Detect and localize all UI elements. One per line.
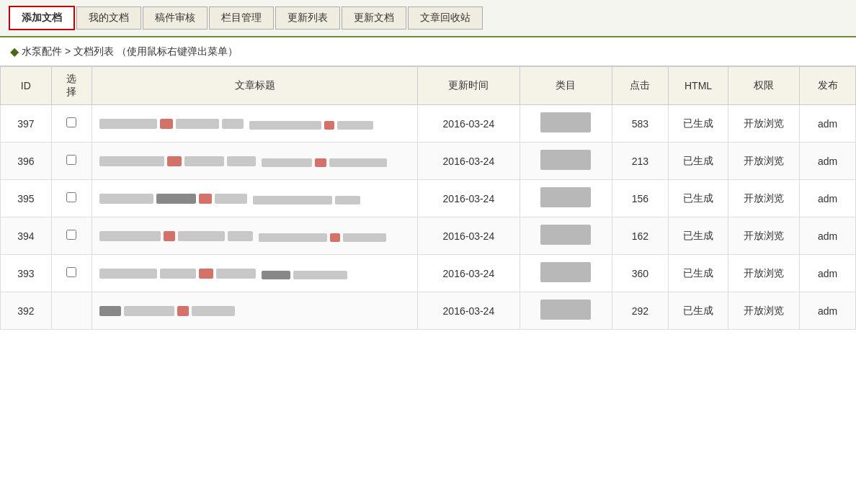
cell-id: 392 — [1, 292, 52, 330]
cell-html-status: 已生成 — [668, 105, 728, 143]
cell-html-status: 已生成 — [668, 143, 728, 180]
nav-btn-1[interactable]: 我的文档 — [76, 6, 141, 30]
cell-checkbox[interactable] — [51, 105, 92, 143]
cell-title — [92, 217, 418, 255]
cell-hits: 162 — [612, 217, 669, 255]
cell-title — [92, 255, 418, 292]
col-title: 文章标题 — [92, 67, 418, 105]
cell-id: 397 — [1, 105, 52, 143]
cell-category — [520, 105, 612, 143]
cell-category — [520, 255, 612, 292]
breadcrumb-path: 水泵配件 > 文档列表 — [22, 45, 114, 58]
nav-btn-6[interactable]: 文章回收站 — [408, 6, 483, 30]
cell-category — [520, 217, 612, 255]
cell-permission: 开放浏览 — [728, 180, 800, 217]
row-checkbox[interactable] — [66, 117, 76, 127]
cell-category — [520, 292, 612, 330]
cell-date: 2016-03-24 — [418, 143, 520, 180]
cell-date: 2016-03-24 — [418, 217, 520, 255]
cell-publisher: adm — [800, 255, 856, 292]
table-header-row: ID 选择 文章标题 更新时间 类目 点击 HTML 权限 发布 — [1, 67, 856, 105]
cell-hits: 360 — [612, 255, 669, 292]
nav-btn-0[interactable]: 添加文档 — [9, 6, 75, 30]
cell-html-status: 已生成 — [668, 255, 728, 292]
cell-id: 394 — [1, 217, 52, 255]
cell-permission: 开放浏览 — [728, 292, 800, 330]
cell-hits: 583 — [612, 105, 669, 143]
cell-hits: 292 — [612, 292, 669, 330]
row-checkbox[interactable] — [66, 267, 76, 277]
document-table: ID 选择 文章标题 更新时间 类目 点击 HTML 权限 发布 397 201… — [0, 66, 856, 330]
breadcrumb-hint: （使用鼠标右键弹出菜单） — [117, 45, 238, 58]
table-row: 393 2016-03-24360已生成开放浏览adm — [1, 255, 856, 292]
cell-date: 2016-03-24 — [418, 255, 520, 292]
col-select: 选择 — [51, 67, 92, 105]
cell-title — [92, 292, 418, 330]
row-checkbox[interactable] — [66, 155, 76, 165]
breadcrumb: ◆ 水泵配件 > 文档列表 （使用鼠标右键弹出菜单） — [0, 37, 856, 66]
cell-publisher: adm — [800, 217, 856, 255]
col-html: HTML — [668, 67, 728, 105]
cell-publisher: adm — [800, 105, 856, 143]
cell-hits: 213 — [612, 143, 669, 180]
col-category: 类目 — [520, 67, 612, 105]
diamond-icon: ◆ — [10, 45, 19, 58]
cell-date: 2016-03-24 — [418, 105, 520, 143]
cell-permission: 开放浏览 — [728, 105, 800, 143]
nav-btn-4[interactable]: 更新列表 — [275, 6, 340, 30]
cell-html-status: 已生成 — [668, 292, 728, 330]
cell-id: 396 — [1, 143, 52, 180]
cell-id: 393 — [1, 255, 52, 292]
cell-checkbox[interactable] — [51, 180, 92, 217]
table-row: 392 2016-03-24292已生成开放浏览adm — [1, 292, 856, 330]
cell-publisher: adm — [800, 143, 856, 180]
nav-btn-5[interactable]: 更新文档 — [342, 6, 406, 30]
cell-publisher: adm — [800, 292, 856, 330]
table-row: 395 2016-03-24156已生成开放浏览adm — [1, 180, 856, 217]
col-hits: 点击 — [612, 67, 669, 105]
top-nav: 添加文档我的文档稿件审核栏目管理更新列表更新文档文章回收站 — [0, 0, 856, 37]
cell-checkbox[interactable] — [51, 292, 92, 330]
cell-category — [520, 180, 612, 217]
cell-title — [92, 180, 418, 217]
row-checkbox[interactable] — [66, 230, 76, 240]
cell-category — [520, 143, 612, 180]
cell-checkbox[interactable] — [51, 255, 92, 292]
cell-id: 395 — [1, 180, 52, 217]
cell-checkbox[interactable] — [51, 217, 92, 255]
cell-hits: 156 — [612, 180, 669, 217]
cell-date: 2016-03-24 — [418, 292, 520, 330]
cell-title — [92, 105, 418, 143]
table-row: 396 2016-03-24213已生成开放浏览adm — [1, 143, 856, 180]
nav-btn-2[interactable]: 稿件审核 — [143, 6, 208, 30]
cell-checkbox[interactable] — [51, 143, 92, 180]
cell-permission: 开放浏览 — [728, 217, 800, 255]
cell-publisher: adm — [800, 180, 856, 217]
table-row: 397 2016-03-24583已生成开放浏览adm — [1, 105, 856, 143]
cell-html-status: 已生成 — [668, 180, 728, 217]
cell-permission: 开放浏览 — [728, 143, 800, 180]
col-date: 更新时间 — [418, 67, 520, 105]
col-id: ID — [1, 67, 52, 105]
col-pub: 发布 — [800, 67, 856, 105]
cell-html-status: 已生成 — [668, 217, 728, 255]
cell-title — [92, 143, 418, 180]
cell-date: 2016-03-24 — [418, 180, 520, 217]
cell-permission: 开放浏览 — [728, 255, 800, 292]
table-row: 394 2016-03-24162已生成开放浏览adm — [1, 217, 856, 255]
row-checkbox[interactable] — [66, 192, 76, 202]
document-table-wrapper: ID 选择 文章标题 更新时间 类目 点击 HTML 权限 发布 397 201… — [0, 66, 856, 330]
col-perm: 权限 — [728, 67, 800, 105]
nav-btn-3[interactable]: 栏目管理 — [209, 6, 274, 30]
